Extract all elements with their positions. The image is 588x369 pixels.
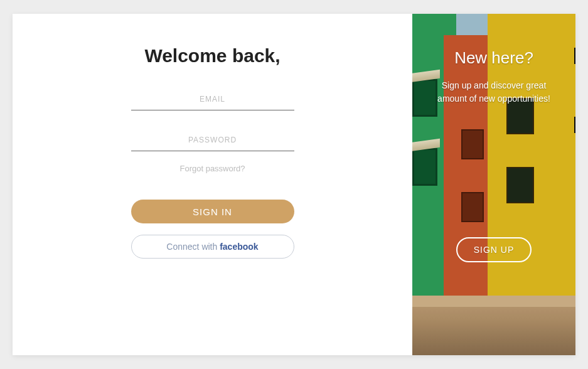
email-field[interactable] [131,88,294,110]
signup-subtitle: Sign up and discover great amount of new… [427,79,560,105]
signin-button[interactable]: SIGN IN [131,200,294,223]
forgot-password-link[interactable]: Forgot password? [179,164,245,173]
facebook-connect-button[interactable]: Connect with facebook [131,235,294,259]
login-panel: Welcome back, Forgot password? SIGN IN C… [13,14,412,355]
signup-title: New here? [454,48,533,68]
signup-panel: New here? Sign up and discover great amo… [412,14,575,355]
facebook-brand: facebook [220,242,258,252]
signup-button[interactable]: SIGN UP [456,237,532,262]
login-title: Welcome back, [144,45,280,67]
facebook-prefix: Connect with [166,242,220,252]
login-form: Forgot password? SIGN IN Connect with fa… [131,88,294,259]
password-field[interactable] [131,129,294,151]
auth-container: Welcome back, Forgot password? SIGN IN C… [13,14,575,355]
